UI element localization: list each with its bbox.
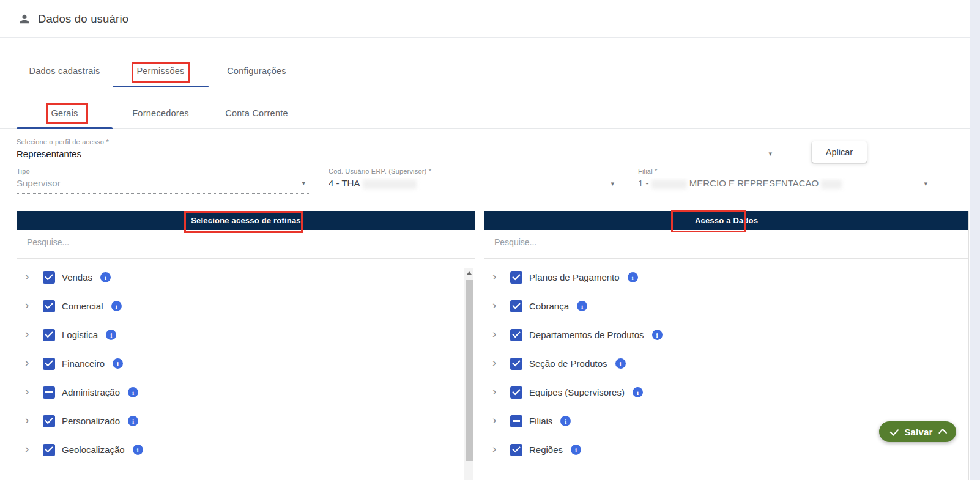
info-icon[interactable]: i (652, 330, 663, 340)
checkbox[interactable] (510, 444, 522, 456)
info-icon[interactable]: i (111, 301, 122, 311)
dropdown-caret-icon[interactable]: ▾ (611, 180, 614, 188)
chevron-right-icon[interactable]: › (492, 299, 506, 311)
chevron-right-icon[interactable]: › (25, 385, 39, 397)
chevron-right-icon[interactable]: › (25, 356, 39, 368)
tab-conta-corrente[interactable]: Conta Corrente (209, 87, 305, 128)
checkbox[interactable] (510, 386, 522, 399)
info-icon[interactable]: i (100, 272, 111, 282)
chevron-right-icon[interactable]: › (492, 385, 506, 397)
apply-button[interactable]: Aplicar (812, 141, 867, 163)
scrollbar-thumb[interactable] (466, 280, 473, 461)
info-icon[interactable]: i (106, 330, 116, 340)
tree-item-label: Filiais (529, 416, 552, 426)
tree-item-label: Regiões (529, 445, 563, 455)
chevron-right-icon[interactable]: › (492, 270, 506, 282)
tree-item-label: Seção de Produtos (529, 358, 607, 369)
info-icon[interactable]: i (128, 416, 138, 426)
profile-select[interactable]: Selecione o perfil de acesso * Represent… (17, 138, 777, 164)
info-icon[interactable]: i (615, 358, 626, 369)
scrollbar[interactable] (464, 268, 473, 480)
chevron-right-icon[interactable]: › (492, 414, 506, 426)
chevron-right-icon[interactable]: › (25, 270, 39, 282)
info-glyph: i (115, 303, 117, 310)
chevron-right-icon[interactable]: › (492, 356, 506, 368)
chevron-right-icon[interactable]: › (25, 414, 39, 426)
chevron-right-icon[interactable]: › (25, 299, 39, 311)
checkbox[interactable] (43, 415, 55, 427)
redacted-text (651, 180, 687, 189)
scroll-up-icon[interactable] (467, 271, 472, 275)
info-icon[interactable]: i (128, 387, 138, 397)
chevron-up-icon[interactable] (938, 429, 947, 437)
tab-permissoes[interactable]: Permissões (113, 55, 209, 87)
checkbox[interactable] (510, 329, 522, 341)
app-header: Dados do usuário (0, 0, 970, 38)
chevron-right-icon[interactable]: › (25, 443, 39, 454)
save-button[interactable]: Salvar (879, 421, 956, 442)
profile-select-label: Selecione o perfil de acesso * (17, 138, 777, 146)
info-icon[interactable]: i (113, 358, 123, 369)
chevron-right-icon[interactable]: › (492, 328, 506, 339)
tipo-select[interactable]: Tipo Supervisor ▾ (17, 168, 310, 194)
data-access-panel-title: Acesso a Dados (695, 216, 758, 225)
checkbox[interactable] (43, 271, 55, 284)
filial-label: Filial * (638, 168, 932, 175)
data-access-search-input[interactable] (494, 237, 603, 251)
content-card: Dados do usuário Dados cadastrais Permis… (0, 0, 970, 480)
page: Dados do usuário Dados cadastrais Permis… (0, 0, 980, 480)
tree-item-label: Administração (62, 387, 120, 397)
chevron-right-icon[interactable]: › (25, 328, 39, 339)
data-access-panel-header: Acesso a Dados (484, 211, 968, 230)
dropdown-caret-icon[interactable]: ▾ (768, 150, 772, 158)
info-icon[interactable]: i (560, 416, 571, 426)
sub-tabs: Gerais Fornecedores Conta Corrente (0, 87, 970, 129)
cod-usuario-value: 4 - THA (329, 178, 619, 194)
tree-item-label: Vendas (62, 272, 92, 282)
tree-item-label: Financeiro (62, 358, 105, 369)
tab-fornecedores[interactable]: Fornecedores (113, 87, 209, 128)
user-icon (18, 13, 31, 25)
info-icon[interactable]: i (633, 387, 643, 397)
chevron-right-icon[interactable]: › (492, 443, 506, 454)
routines-search-input[interactable] (27, 237, 136, 251)
info-glyph: i (620, 360, 622, 367)
cod-usuario-select[interactable]: Cod. Usuário ERP. (Supervisor) * 4 - THA… (329, 168, 619, 194)
tree-row: › Geolocalização i (17, 435, 475, 464)
info-glyph: i (117, 360, 119, 367)
tree-item-label: Geolocalização (62, 445, 125, 455)
dropdown-caret-icon[interactable]: ▾ (302, 179, 305, 187)
check-icon (890, 427, 899, 435)
tab-dados-cadastrais[interactable]: Dados cadastrais (17, 55, 113, 87)
tree-item-label: Equipes (Supervisores) (529, 387, 625, 397)
data-access-search-area (484, 230, 968, 259)
checkbox[interactable] (43, 386, 55, 399)
checkbox[interactable] (43, 300, 55, 312)
routines-search-area (17, 230, 475, 259)
info-icon[interactable]: i (571, 445, 581, 455)
tab-gerais[interactable]: Gerais (17, 87, 113, 128)
checkbox[interactable] (510, 415, 522, 427)
info-icon[interactable]: i (133, 445, 143, 455)
checkbox[interactable] (510, 358, 522, 370)
routines-panel-title: Selecione acesso de rotinas (191, 216, 301, 225)
tree-row: › Logistica i (17, 320, 475, 349)
tab-configuracoes[interactable]: Configurações (209, 55, 305, 87)
info-icon[interactable]: i (628, 272, 638, 282)
checkbox[interactable] (510, 271, 522, 284)
dropdown-caret-icon[interactable]: ▾ (924, 180, 927, 188)
routines-panel-header: Selecione acesso de rotinas (17, 211, 475, 230)
checkbox[interactable] (43, 444, 55, 456)
info-icon[interactable]: i (577, 301, 587, 311)
routines-tree: › Vendas i › Comercial i › Logistica i (17, 259, 475, 464)
checkbox[interactable] (510, 300, 522, 312)
info-glyph: i (575, 446, 577, 454)
tree-item-label: Planos de Pagamento (529, 272, 620, 282)
checkbox[interactable] (43, 358, 55, 370)
tree-row: › Departamentos de Produtos i (484, 320, 968, 349)
checkbox[interactable] (43, 329, 55, 341)
info-glyph: i (105, 274, 106, 281)
tree-row: › Administração i (17, 378, 475, 407)
info-glyph: i (637, 389, 639, 396)
filial-select[interactable]: Filial * 1 - MERCIO E REPRESENTACAO ▾ (638, 168, 932, 194)
